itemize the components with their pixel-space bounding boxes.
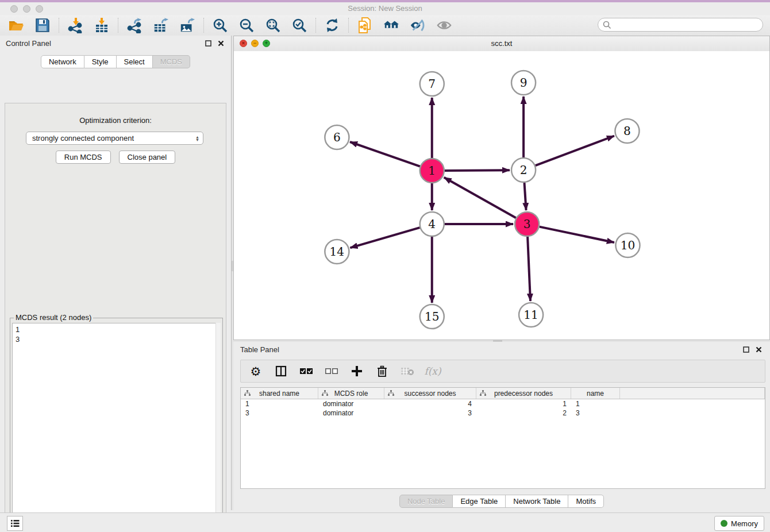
graph-node-2[interactable]: 2 <box>511 158 536 182</box>
export-network-icon[interactable] <box>126 17 143 33</box>
show-panels-icon <box>436 17 452 33</box>
cell-successor-nodes[interactable]: 4 <box>384 399 476 408</box>
table-row[interactable]: 1dominator411 <box>241 399 765 408</box>
graph-edge-2-3[interactable] <box>524 183 526 210</box>
mcds-result-text[interactable]: 1 3 <box>12 323 221 532</box>
svg-text:8: 8 <box>623 124 631 138</box>
graph-edge-3-10[interactable] <box>540 227 614 242</box>
column-type-icon <box>244 390 251 396</box>
cell-shared-name[interactable]: 3 <box>241 408 318 418</box>
graph-node-15[interactable]: 15 <box>420 304 444 329</box>
control-panel-tabs: NetworkStyleSelectMCDS <box>0 55 231 68</box>
result-scrollbar[interactable] <box>215 323 221 532</box>
add-row-icon[interactable] <box>350 364 364 378</box>
svg-text:10: 10 <box>621 238 636 252</box>
graph-edge-3-11[interactable] <box>528 237 530 301</box>
table-tab-edge-table[interactable]: Edge Table <box>453 495 506 508</box>
graph-node-14[interactable]: 14 <box>325 240 349 264</box>
graph-edge-4-14[interactable] <box>350 228 419 248</box>
status-bar: Memory <box>0 512 770 532</box>
svg-text:14: 14 <box>330 245 345 259</box>
svg-text:2: 2 <box>520 163 528 177</box>
graph-node-9[interactable]: 9 <box>511 71 536 95</box>
hide-panels-icon[interactable] <box>410 17 426 33</box>
select-all-rows-icon[interactable] <box>299 364 313 378</box>
network-view-window: × − + scc.txt 7968124314101511 <box>233 36 770 340</box>
graph-node-8[interactable]: 8 <box>615 119 639 143</box>
float-table-panel-icon[interactable] <box>741 345 750 354</box>
svg-text:11: 11 <box>523 308 538 322</box>
tab-mcds[interactable]: MCDS <box>153 55 190 68</box>
graph-edge-1-2[interactable] <box>445 170 510 171</box>
graph-edge-2-8[interactable] <box>536 136 614 166</box>
save-session-icon[interactable] <box>34 17 51 33</box>
run-mcds-button[interactable]: Run MCDS <box>56 151 111 164</box>
optimization-criterion-select[interactable]: strongly connected component ▲▼ <box>26 132 203 145</box>
deselect-all-rows-icon[interactable] <box>325 364 338 378</box>
network-overview-icon[interactable] <box>383 17 399 33</box>
graph-node-10[interactable]: 10 <box>615 233 640 257</box>
column-header-successor-nodes[interactable]: successor nodes <box>384 388 476 399</box>
refresh-layout-icon[interactable] <box>324 17 340 33</box>
close-panel-icon[interactable] <box>216 38 225 48</box>
tab-network[interactable]: Network <box>41 55 84 68</box>
import-table-icon[interactable] <box>94 17 110 33</box>
svg-text:3: 3 <box>523 217 531 231</box>
memory-button[interactable]: Memory <box>714 516 764 531</box>
table-row[interactable]: 3dominator323 <box>241 408 765 418</box>
graph-node-11[interactable]: 11 <box>519 303 543 327</box>
export-table-icon[interactable] <box>153 17 169 33</box>
column-type-icon <box>322 390 328 396</box>
graph-node-1[interactable]: 1 <box>420 159 444 183</box>
zoom-selected-icon[interactable] <box>291 17 307 33</box>
float-panel-icon[interactable] <box>203 38 213 48</box>
show-columns-icon[interactable] <box>274 364 288 378</box>
search-input[interactable] <box>598 18 763 32</box>
svg-text:7: 7 <box>428 77 436 91</box>
zoom-in-icon[interactable] <box>212 17 228 33</box>
svg-text:1: 1 <box>428 164 436 178</box>
network-canvas[interactable]: 7968124314101511 <box>234 51 769 340</box>
cell-predecessor-nodes[interactable]: 2 <box>476 408 571 418</box>
table-tab-node-table[interactable]: Node Table <box>399 495 453 508</box>
settings-gear-icon[interactable]: ⚙ <box>249 364 263 378</box>
export-image-icon[interactable] <box>179 17 195 33</box>
cell-successor-nodes[interactable]: 3 <box>384 408 476 418</box>
graph-edge-3-1[interactable] <box>444 178 516 218</box>
graph-node-6[interactable]: 6 <box>325 125 349 149</box>
column-header-shared-name[interactable]: shared name <box>241 388 318 399</box>
svg-text:6: 6 <box>333 130 341 144</box>
node-table: shared nameMCDS rolesuccessor nodesprede… <box>240 387 765 489</box>
table-panel: Table Panel ⚙ <box>233 342 770 510</box>
task-history-button[interactable] <box>7 516 23 531</box>
search-icon <box>603 21 611 29</box>
table-tab-motifs[interactable]: Motifs <box>568 495 604 508</box>
session-title: Session: New Session <box>0 4 770 13</box>
tab-style[interactable]: Style <box>84 55 117 68</box>
cell-name[interactable]: 1 <box>571 399 620 408</box>
clone-network-icon[interactable] <box>357 17 373 33</box>
cell-MCDS-role[interactable]: dominator <box>318 399 384 408</box>
graph-node-4[interactable]: 4 <box>420 212 444 236</box>
graph-node-3[interactable]: 3 <box>515 212 539 236</box>
delete-row-icon[interactable] <box>375 364 389 378</box>
table-header-row: shared nameMCDS rolesuccessor nodesprede… <box>241 388 765 399</box>
graph-edge-1-6[interactable] <box>350 142 420 167</box>
cell-predecessor-nodes[interactable]: 1 <box>476 399 571 408</box>
column-type-icon <box>388 390 394 396</box>
column-header-name[interactable]: name <box>571 388 620 399</box>
zoom-out-icon[interactable] <box>238 17 255 33</box>
close-table-panel-icon[interactable] <box>754 345 763 354</box>
cell-name[interactable]: 3 <box>571 408 620 418</box>
column-header-MCDS-role[interactable]: MCDS role <box>318 388 384 399</box>
import-network-icon[interactable] <box>67 17 83 33</box>
cell-MCDS-role[interactable]: dominator <box>318 408 384 418</box>
open-session-icon[interactable] <box>8 17 24 33</box>
cell-shared-name[interactable]: 1 <box>241 399 318 408</box>
tab-select[interactable]: Select <box>117 55 153 68</box>
column-header-predecessor-nodes[interactable]: predecessor nodes <box>476 388 571 399</box>
close-panel-button[interactable]: Close panel <box>119 151 176 164</box>
table-tab-network-table[interactable]: Network Table <box>506 495 568 508</box>
zoom-fit-icon[interactable] <box>265 17 281 33</box>
graph-node-7[interactable]: 7 <box>420 72 444 96</box>
